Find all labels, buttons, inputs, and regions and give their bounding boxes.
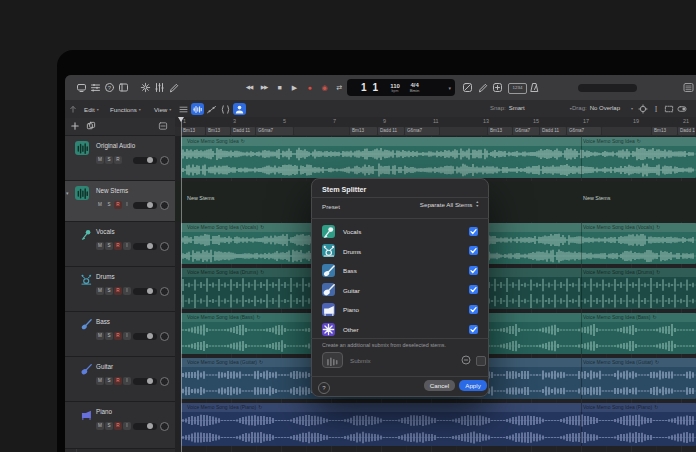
track-header-bass[interactable]: BassMSRI (65, 312, 175, 357)
mute-button[interactable]: M (96, 156, 104, 164)
mute-button[interactable]: M (96, 242, 104, 250)
pan-knob[interactable] (160, 156, 169, 165)
cycle-button[interactable]: ⇄ (332, 81, 346, 94)
solo-button[interactable]: S (105, 377, 113, 385)
volume-knob[interactable] (147, 378, 153, 384)
solo-button[interactable]: S (105, 287, 113, 295)
volume-slider[interactable] (133, 288, 157, 295)
pan-knob[interactable] (160, 201, 169, 210)
stem-checkbox[interactable] (469, 266, 478, 275)
input-monitor-button[interactable]: I (123, 242, 131, 250)
preset-select[interactable]: Separate All Stems ▲▼ (360, 201, 479, 208)
volume-slider[interactable] (133, 243, 157, 250)
track-header-guitar[interactable]: GuitarMSRI (65, 357, 175, 402)
chord-cell[interactable]: Bm13 (181, 127, 205, 135)
pencil-icon[interactable] (168, 82, 179, 93)
play-button[interactable]: ▶ (287, 81, 301, 94)
text-tool-icon[interactable]: I (651, 104, 661, 114)
solo-button[interactable]: S (105, 156, 113, 164)
track-header-drums[interactable]: DrumsMSRI (65, 267, 175, 312)
stem-checkbox[interactable] (469, 285, 478, 294)
solo-button[interactable]: S (105, 332, 113, 340)
flex-button[interactable] (219, 103, 232, 115)
chord-cell[interactable] (294, 127, 349, 135)
chord-cell[interactable] (602, 127, 651, 135)
pan-knob[interactable] (160, 422, 169, 431)
list-icon[interactable] (683, 82, 694, 93)
track-header-new-stems[interactable]: ▾New StemsMSRI (65, 181, 175, 222)
volume-knob[interactable] (147, 157, 153, 163)
add-box-icon[interactable] (492, 82, 503, 93)
disclosure-triangle-icon[interactable]: ▾ (66, 190, 74, 196)
add-track-button[interactable] (70, 121, 80, 131)
stem-row[interactable]: Drums (311, 242, 489, 261)
record-enable-button[interactable]: R (114, 156, 122, 164)
volume-slider[interactable] (133, 423, 157, 430)
track-zoom-icon[interactable] (158, 121, 168, 131)
solo-button[interactable]: S (105, 422, 113, 430)
remove-submix-button[interactable] (461, 355, 471, 365)
mute-button[interactable]: M (96, 377, 104, 385)
catch-icon[interactable] (638, 104, 648, 114)
chord-cell[interactable]: Bm13 (206, 127, 230, 135)
rewind-button[interactable]: ◀◀ (242, 81, 256, 94)
mixer-icon[interactable] (90, 82, 101, 93)
track-header-piano[interactable]: PianoMSRI (65, 402, 175, 449)
smart-controls-icon[interactable] (154, 82, 165, 93)
record-enable-button[interactable]: R (114, 332, 122, 340)
input-monitor-button[interactable]: I (123, 332, 131, 340)
chord-cell[interactable] (440, 127, 487, 135)
volume-knob[interactable] (147, 243, 153, 249)
drag-control[interactable]: Drag:No Overlap▾ (572, 105, 633, 111)
stem-checkbox[interactable] (469, 227, 478, 236)
scroll-to-selection-icon[interactable] (68, 104, 78, 114)
mute-button[interactable]: M (96, 201, 104, 209)
cancel-button[interactable]: Cancel (424, 380, 455, 391)
input-monitor-button[interactable]: I (123, 422, 131, 430)
input-monitor-button[interactable]: I (123, 287, 131, 295)
chord-cell[interactable]: G6ma7 (567, 127, 601, 135)
chord-cell[interactable]: Bm13 (350, 127, 377, 135)
menu-functions[interactable]: Functions▾ (110, 105, 141, 114)
display-icon[interactable] (76, 82, 87, 93)
volume-slider[interactable] (133, 333, 157, 340)
stop-button[interactable]: ■ (272, 81, 286, 94)
automation-button[interactable] (205, 103, 218, 115)
audio-region[interactable]: Voice Memo Song Idea (Piano)↻Voice Memo … (181, 403, 696, 446)
chord-cell[interactable]: Dadd 11 (378, 127, 404, 135)
help-button[interactable]: ? (318, 382, 330, 394)
lcd-chevron-icon[interactable]: ▾ (448, 85, 451, 91)
stem-row[interactable]: Bass (311, 261, 489, 280)
track-header-original-audio[interactable]: Original AudioMSR (65, 136, 175, 181)
stem-checkbox[interactable] (469, 305, 478, 314)
menu-view[interactable]: View▾ (154, 105, 171, 114)
stem-row[interactable]: Other (311, 320, 489, 339)
volume-knob[interactable] (147, 288, 153, 294)
metronome-button[interactable] (529, 82, 540, 93)
chord-cell[interactable]: Bm13 (652, 127, 677, 135)
input-monitor-button[interactable]: I (123, 377, 131, 385)
settings-icon[interactable] (140, 82, 151, 93)
menu-edit[interactable]: Edit▾ (84, 105, 99, 114)
count-in-button[interactable]: 1234 (508, 83, 527, 94)
volume-knob[interactable] (147, 423, 153, 429)
help-icon[interactable]: ? (104, 82, 115, 93)
volume-knob[interactable] (147, 202, 153, 208)
chord-cell[interactable]: Dadd 11 (678, 127, 695, 135)
record-button[interactable]: ● (302, 81, 316, 94)
toggle-icon[interactable] (677, 104, 687, 114)
chord-cell[interactable]: Bm13 (488, 127, 512, 135)
stem-checkbox[interactable] (469, 246, 478, 255)
chord-cell[interactable]: G6ma7 (405, 127, 439, 135)
record-enable-button[interactable]: R (114, 201, 122, 209)
playhead-handle[interactable] (178, 117, 184, 122)
record-enable-button[interactable]: R (114, 422, 122, 430)
no-input-icon[interactable] (462, 82, 473, 93)
playhead[interactable] (181, 117, 182, 452)
pencil-icon[interactable] (477, 82, 488, 93)
capture-button[interactable]: ◉ (317, 81, 331, 94)
stem-row[interactable]: Piano (311, 300, 489, 319)
solo-button[interactable]: S (105, 201, 113, 209)
volume-slider[interactable] (133, 202, 157, 209)
chord-cell[interactable]: G6ma7 (256, 127, 293, 135)
